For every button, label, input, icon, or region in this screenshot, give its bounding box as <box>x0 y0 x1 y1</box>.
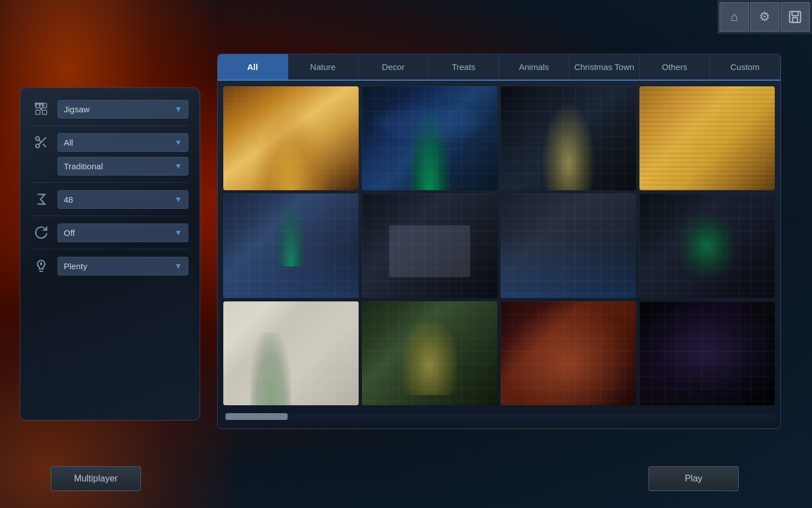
rotate-icon <box>32 223 51 242</box>
divider-2 <box>32 182 188 183</box>
puzzle-type-row: Jigsaw ▼ <box>32 99 188 119</box>
bulb-icon <box>32 256 51 275</box>
puzzle-3[interactable] <box>501 86 636 190</box>
cut-style-row: Traditional ▼ <box>32 156 188 176</box>
hints-value: Plenty <box>64 261 87 271</box>
divider-1 <box>32 125 188 126</box>
puzzle-8[interactable] <box>639 194 775 297</box>
svg-rect-2 <box>793 17 798 23</box>
svg-point-8 <box>36 137 39 141</box>
rotation-select[interactable]: Off ▼ <box>58 224 188 242</box>
cut-style-arrow: ▼ <box>174 161 182 170</box>
svg-point-7 <box>40 108 42 110</box>
cut-style-spacer <box>32 156 51 176</box>
pieces-row: 48 ▼ <box>32 190 188 209</box>
cut-type-arrow: ▼ <box>174 138 182 147</box>
puzzle-10[interactable] <box>362 301 497 405</box>
tab-animals[interactable]: Animals <box>499 54 570 80</box>
puzzle-type-value: Jigsaw <box>64 104 90 114</box>
divider-3 <box>32 216 188 216</box>
hints-select[interactable]: Plenty ▼ <box>58 257 188 275</box>
puzzle-5[interactable] <box>223 194 359 297</box>
svg-rect-1 <box>792 11 798 16</box>
puzzle-4[interactable] <box>639 86 775 190</box>
hints-arrow: ▼ <box>174 261 182 270</box>
tab-christmas-town[interactable]: Christmas Town <box>570 54 640 80</box>
puzzle-9[interactable] <box>223 301 359 405</box>
puzzle-grid <box>218 81 780 411</box>
main-area: All Nature Decor Treats Animals Christma… <box>217 54 781 429</box>
multiplayer-button[interactable]: Multiplayer <box>51 466 141 491</box>
scissors-icon <box>32 133 51 152</box>
puzzle-type-arrow: ▼ <box>174 104 182 113</box>
home-button[interactable]: ⌂ <box>720 2 749 32</box>
cut-type-select[interactable]: All ▼ <box>58 133 188 152</box>
sigma-icon <box>32 190 51 209</box>
svg-line-11 <box>43 144 46 147</box>
puzzle-12[interactable] <box>639 301 775 405</box>
svg-point-9 <box>36 144 39 148</box>
puzzle-2[interactable] <box>362 86 497 190</box>
scroll-thumb[interactable] <box>226 413 288 420</box>
cut-style-select[interactable]: Traditional ▼ <box>58 157 188 176</box>
pieces-arrow: ▼ <box>174 195 182 204</box>
tab-others[interactable]: Others <box>640 54 710 80</box>
tab-custom[interactable]: Custom <box>710 54 780 80</box>
tab-nature[interactable]: Nature <box>288 54 359 80</box>
puzzle-11[interactable] <box>501 301 636 405</box>
puzzle-1[interactable] <box>223 86 359 190</box>
scroll-bar[interactable] <box>223 413 775 420</box>
svg-point-13 <box>41 264 42 265</box>
svg-rect-6 <box>42 110 47 115</box>
puzzle-7[interactable] <box>501 194 636 297</box>
cut-type-value: All <box>64 138 73 147</box>
left-panel: Jigsaw ▼ All ▼ Traditional ▼ <box>20 87 200 421</box>
rotation-arrow: ▼ <box>174 228 182 237</box>
hints-row: Plenty ▼ <box>32 256 188 275</box>
save-button[interactable] <box>780 2 810 32</box>
divider-4 <box>32 249 188 249</box>
top-toolbar: ⌂ ⚙ <box>717 0 812 34</box>
svg-line-12 <box>39 140 41 142</box>
cut-style-value: Traditional <box>64 161 103 171</box>
cut-type-row: All ▼ <box>32 133 188 152</box>
tab-all[interactable]: All <box>218 54 288 80</box>
svg-rect-5 <box>36 110 40 115</box>
bottom-buttons: Multiplayer Play <box>0 466 812 491</box>
rotation-row: Off ▼ <box>32 223 188 242</box>
tab-treats[interactable]: Treats <box>429 54 499 80</box>
settings-button[interactable]: ⚙ <box>750 2 779 32</box>
rotation-value: Off <box>64 228 75 238</box>
pieces-select[interactable]: 48 ▼ <box>58 190 188 209</box>
puzzle-icon <box>32 99 51 119</box>
puzzle-type-select[interactable]: Jigsaw ▼ <box>58 100 188 119</box>
pieces-value: 48 <box>64 195 73 204</box>
puzzle-6[interactable] <box>362 194 497 297</box>
play-button[interactable]: Play <box>648 466 739 491</box>
tab-decor[interactable]: Decor <box>359 54 429 80</box>
category-tabs: All Nature Decor Treats Animals Christma… <box>218 54 780 81</box>
